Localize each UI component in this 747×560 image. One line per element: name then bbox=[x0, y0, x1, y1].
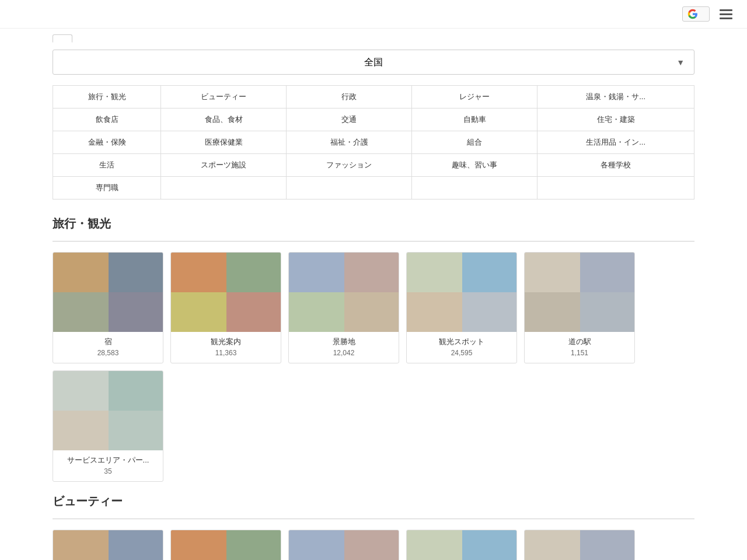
breadcrumb-tab-jpbook[interactable] bbox=[53, 34, 72, 43]
card-thumbnail bbox=[53, 371, 163, 450]
header-right bbox=[682, 5, 735, 23]
category-cell[interactable]: スポーツ施設 bbox=[161, 154, 287, 177]
card-title: 道の駅 bbox=[530, 337, 629, 347]
thumbnail-quadrant bbox=[462, 253, 517, 292]
card-count: 35 bbox=[59, 467, 157, 475]
header bbox=[0, 0, 747, 29]
google-translate-button[interactable] bbox=[682, 6, 710, 22]
thumbnail-quadrant bbox=[226, 253, 281, 292]
card-thumbnail bbox=[53, 253, 163, 332]
thumbnail-quadrant bbox=[344, 292, 399, 332]
category-cell[interactable]: 生活用品・イン... bbox=[537, 131, 694, 154]
thumbnail-quadrant bbox=[171, 530, 226, 560]
section-travel-title: 旅行・観光 bbox=[53, 216, 111, 232]
card-title: サービスエリア・パー... bbox=[59, 455, 157, 466]
card-info: サービスエリア・パー...35 bbox=[53, 450, 163, 481]
thumbnail-quadrant bbox=[462, 292, 517, 332]
category-cell[interactable]: 食品、食材 bbox=[161, 108, 287, 131]
category-cell[interactable]: 温泉・銭湯・サ... bbox=[537, 86, 694, 108]
card-title: 宿 bbox=[59, 337, 157, 347]
thumbnail-quadrant bbox=[462, 530, 517, 560]
category-cell[interactable]: ビューティー bbox=[161, 86, 287, 108]
card-count: 28,583 bbox=[59, 349, 157, 357]
thumbnail-quadrant bbox=[289, 292, 344, 332]
region-select-wrapper[interactable]: 全国 北海道 東北 関東 中部 近畿 中国 四国 九州・沖縄 ▼ bbox=[53, 50, 694, 75]
thumbnail-quadrant bbox=[226, 292, 281, 332]
thumbnail-quadrant bbox=[344, 253, 399, 292]
card-title: 観光案内 bbox=[177, 337, 275, 347]
thumbnail-quadrant bbox=[580, 530, 635, 560]
category-cell[interactable]: 交通 bbox=[287, 108, 412, 131]
card-thumbnail bbox=[525, 530, 635, 560]
card-info: 宿28,583 bbox=[53, 332, 163, 363]
region-select[interactable]: 全国 北海道 東北 関東 中部 近畿 中国 四国 九州・沖縄 bbox=[53, 50, 694, 74]
card-thumbnail bbox=[289, 253, 399, 332]
category-cell[interactable]: 行政 bbox=[287, 86, 412, 108]
category-cell[interactable]: 福祉・介護 bbox=[287, 131, 412, 154]
card-thumbnail bbox=[289, 530, 399, 560]
breadcrumb bbox=[53, 34, 694, 43]
section-beauty-divider bbox=[53, 519, 694, 519]
section-beauty-title: ビューティー bbox=[53, 494, 123, 509]
thumbnail-quadrant bbox=[53, 371, 109, 411]
card-title: 観光スポット bbox=[413, 337, 511, 347]
card-item[interactable]: 観光案内11,363 bbox=[170, 252, 281, 363]
category-cell[interactable]: 医療保健業 bbox=[161, 131, 287, 154]
card-item[interactable]: 道の駅1,151 bbox=[524, 252, 635, 363]
card-item[interactable] bbox=[288, 530, 399, 560]
section-travel-divider bbox=[53, 241, 694, 242]
thumbnail-quadrant bbox=[53, 530, 109, 560]
main-content: 全国 北海道 東北 関東 中部 近畿 中国 四国 九州・沖縄 ▼ 旅行・観光ビュ… bbox=[41, 29, 706, 560]
card-item[interactable] bbox=[53, 530, 163, 560]
category-cell[interactable]: ファッション bbox=[287, 154, 412, 177]
thumbnail-quadrant bbox=[109, 530, 163, 560]
card-item[interactable]: 宿28,583 bbox=[53, 252, 163, 363]
card-thumbnail bbox=[171, 530, 281, 560]
thumbnail-quadrant bbox=[289, 530, 344, 560]
thumbnail-quadrant bbox=[580, 292, 635, 332]
card-count: 11,363 bbox=[177, 349, 275, 357]
category-cell bbox=[412, 177, 537, 200]
card-count: 12,042 bbox=[295, 349, 393, 357]
thumbnail-quadrant bbox=[109, 292, 163, 332]
thumbnail-quadrant bbox=[407, 292, 462, 332]
card-item[interactable] bbox=[170, 530, 281, 560]
card-info: 観光案内11,363 bbox=[171, 332, 281, 363]
thumbnail-quadrant bbox=[525, 253, 580, 292]
card-item[interactable] bbox=[524, 530, 635, 560]
category-cell[interactable]: 金融・保険 bbox=[53, 131, 161, 154]
thumbnail-quadrant bbox=[344, 530, 399, 560]
thumbnail-quadrant bbox=[226, 530, 281, 560]
card-thumbnail bbox=[53, 530, 163, 560]
travel-card-grid: 宿28,583観光案内11,363景勝地12,042観光スポット24,595道の… bbox=[53, 252, 694, 482]
thumbnail-quadrant bbox=[171, 253, 226, 292]
card-thumbnail bbox=[171, 253, 281, 332]
thumbnail-quadrant bbox=[525, 292, 580, 332]
card-title: 景勝地 bbox=[295, 337, 393, 347]
thumbnail-quadrant bbox=[109, 253, 163, 292]
card-item[interactable]: 観光スポット24,595 bbox=[406, 252, 517, 363]
card-thumbnail bbox=[525, 253, 635, 332]
category-cell[interactable]: 趣味、習い事 bbox=[412, 154, 537, 177]
thumbnail-quadrant bbox=[580, 253, 635, 292]
menu-icon[interactable] bbox=[717, 5, 735, 23]
category-cell[interactable]: 組合 bbox=[412, 131, 537, 154]
category-cell[interactable]: 飲食店 bbox=[53, 108, 161, 131]
category-cell[interactable]: レジャー bbox=[412, 86, 537, 108]
card-item[interactable]: サービスエリア・パー...35 bbox=[53, 370, 163, 482]
category-cell[interactable]: 住宅・建築 bbox=[537, 108, 694, 131]
category-grid: 旅行・観光ビューティー行政レジャー温泉・銭湯・サ...飲食店食品、食材交通自動車… bbox=[53, 85, 694, 200]
card-thumbnail bbox=[407, 253, 517, 332]
section-beauty-header: ビューティー bbox=[53, 494, 694, 509]
category-cell[interactable]: 生活 bbox=[53, 154, 161, 177]
thumbnail-quadrant bbox=[109, 411, 163, 450]
card-item[interactable] bbox=[406, 530, 517, 560]
category-cell[interactable]: 専門職 bbox=[53, 177, 161, 200]
category-cell[interactable]: 旅行・観光 bbox=[53, 86, 161, 108]
card-info: 道の駅1,151 bbox=[525, 332, 634, 363]
category-cell[interactable]: 自動車 bbox=[412, 108, 537, 131]
category-cell[interactable]: 各種学校 bbox=[537, 154, 694, 177]
card-item[interactable]: 景勝地12,042 bbox=[288, 252, 399, 363]
beauty-section: ビューティー bbox=[53, 494, 694, 560]
section-travel-header: 旅行・観光 bbox=[53, 216, 694, 232]
